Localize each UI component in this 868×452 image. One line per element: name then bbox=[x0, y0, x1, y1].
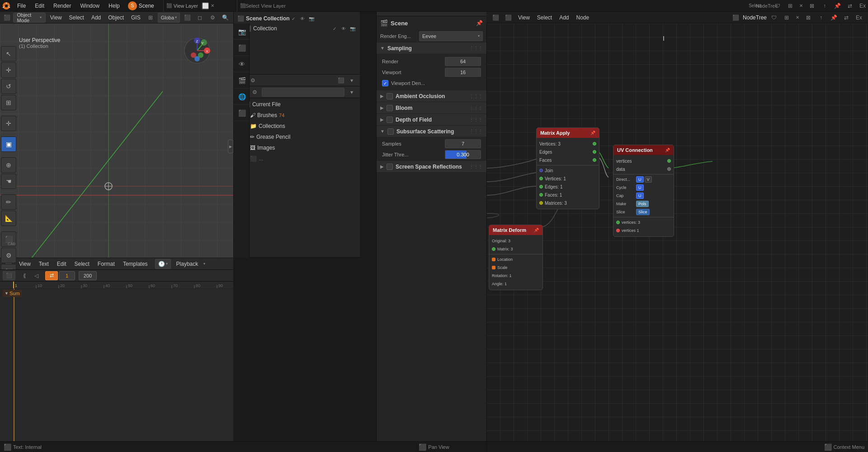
top-close-btn[interactable]: ✕ bbox=[797, 2, 805, 9]
timeline-templates-menu[interactable]: Templates bbox=[120, 259, 151, 269]
measure-btn[interactable]: 📐 bbox=[1, 211, 16, 226]
timeline-view-menu[interactable]: View bbox=[16, 259, 33, 269]
node-pin2-icon[interactable]: 📌 bbox=[828, 13, 839, 23]
uv-vertices-out-socket[interactable] bbox=[667, 159, 671, 163]
sampling-section-header[interactable]: ▼ Sampling ⋮⋮⋮ bbox=[377, 42, 486, 54]
playback-menu[interactable]: Playback bbox=[174, 259, 201, 269]
render-icon-output[interactable]: ⬛ bbox=[234, 40, 250, 56]
timeline-select-menu[interactable]: Select bbox=[72, 259, 92, 269]
clock-icon-btn[interactable]: 🕐 ▾ bbox=[155, 259, 171, 269]
top-swap-icon[interactable]: ⇄ bbox=[844, 1, 855, 11]
asset-sort-icon[interactable]: ▾ bbox=[346, 87, 357, 97]
node-canvas[interactable]: Matrix Apply 📌 Vertices: 3 Edges Faces J… bbox=[486, 24, 868, 452]
brushes-item[interactable]: ▶ 🖌 Brushes 74 bbox=[234, 110, 360, 121]
menu-edit[interactable]: Edit bbox=[30, 0, 49, 12]
node-link-icon[interactable]: ⊠ bbox=[803, 13, 814, 23]
timeline-body[interactable]: 1 10 20 30 40 50 60 70 80 90 bbox=[0, 282, 233, 441]
node-close-btn[interactable]: ✕ bbox=[794, 14, 801, 21]
viewport-denoising-checkbox[interactable] bbox=[382, 80, 388, 86]
viewport-close-btn[interactable]: ✕ bbox=[209, 2, 216, 9]
uv-u-btn[interactable]: U bbox=[636, 176, 644, 183]
node-shield-icon[interactable]: 🛡 bbox=[769, 13, 779, 23]
ssr-checkbox[interactable] bbox=[387, 164, 393, 170]
m3-in-socket[interactable] bbox=[539, 201, 543, 205]
scene-collection-check-icon[interactable]: ✓ bbox=[290, 15, 297, 22]
f1-in-socket[interactable] bbox=[539, 193, 543, 197]
add-tool-btn[interactable]: ⬛ CAD bbox=[1, 231, 16, 247]
asset-filter-icon[interactable]: ⚙ bbox=[249, 87, 260, 97]
render-engine-dropdown[interactable]: Eevee ▾ bbox=[419, 31, 483, 41]
bloom-checkbox[interactable] bbox=[387, 105, 393, 111]
extra-tool-btn[interactable]: ⚙ bbox=[1, 248, 16, 263]
transform-tool-btn[interactable]: ✛ bbox=[1, 116, 16, 131]
collection-eye-icon[interactable]: 👁 bbox=[340, 25, 347, 32]
transform-icon[interactable]: ⊞ bbox=[145, 13, 156, 23]
viewport-expand-icon[interactable]: ⬜ bbox=[202, 2, 209, 9]
uv-cycle-u-btn[interactable]: U bbox=[636, 184, 644, 191]
ambient-occlusion-header[interactable]: ▶ Ambient Occlusion ⋮⋮⋮ bbox=[377, 90, 486, 102]
menu-window[interactable]: Window bbox=[75, 0, 104, 12]
sss-samples-value[interactable]: 7 bbox=[445, 139, 481, 148]
menu-file[interactable]: File bbox=[13, 0, 30, 12]
current-file-item[interactable]: ▼ ⬛ Current File bbox=[234, 99, 360, 110]
viewport-select-menu[interactable]: Select bbox=[66, 13, 87, 23]
top-link-icon[interactable]: ⊠ bbox=[807, 1, 817, 11]
viewport-view-menu[interactable]: View bbox=[47, 13, 65, 23]
asset-dropdown-icon[interactable]: ▾ bbox=[346, 75, 357, 85]
vertices-out-socket[interactable] bbox=[593, 142, 596, 146]
md-matrix-socket[interactable] bbox=[492, 247, 495, 251]
frame-jump-start-icon[interactable]: ⟪ bbox=[19, 271, 30, 281]
search-icon[interactable]: 🔍 bbox=[220, 13, 231, 23]
bloom-header[interactable]: ▶ Bloom ⋮⋮⋮ bbox=[377, 102, 486, 114]
collection-check-icon[interactable]: ✓ bbox=[331, 25, 338, 32]
grease-pencil-item[interactable]: ▶ ✏ Grease Pencil bbox=[234, 132, 360, 142]
annotate-btn[interactable]: ✏ bbox=[1, 194, 16, 210]
top-expand-icon[interactable]: Ex bbox=[857, 1, 868, 11]
frame-step-back-icon[interactable]: ◁ bbox=[31, 271, 42, 281]
ao-checkbox[interactable] bbox=[387, 93, 393, 99]
sss-jitter-value[interactable]: 0.300 bbox=[445, 150, 481, 159]
join-in-socket[interactable] bbox=[539, 169, 543, 172]
render-icon-scene[interactable]: 🎬 bbox=[234, 72, 250, 89]
sss-checkbox[interactable] bbox=[387, 128, 394, 135]
node-node-menu[interactable]: Node bbox=[574, 13, 592, 23]
node-add-menu[interactable]: Add bbox=[557, 13, 571, 23]
uv-v-btn[interactable]: V bbox=[645, 176, 652, 183]
uv-v1-in-socket[interactable] bbox=[616, 229, 620, 232]
end-frame-input[interactable]: 200 bbox=[79, 271, 97, 280]
uv-cap-u-btn[interactable]: U bbox=[636, 193, 644, 199]
scale-tool-btn[interactable]: ⊞ bbox=[1, 95, 16, 110]
asset-icon2[interactable]: ⬛ bbox=[335, 75, 346, 85]
viewport-object-menu[interactable]: Object bbox=[105, 13, 127, 23]
timeline-icon-btn[interactable]: ⬛ bbox=[3, 271, 15, 280]
shading-solid-icon[interactable]: ⬛ bbox=[182, 13, 193, 23]
frame-number-input[interactable]: 1 bbox=[59, 271, 75, 280]
cube-btn[interactable]: ⬛ bbox=[1, 264, 16, 269]
render-icon-object[interactable]: ⬛ bbox=[234, 105, 250, 121]
e1-in-socket[interactable] bbox=[539, 185, 543, 188]
top-pin-icon[interactable]: 📌 bbox=[832, 1, 843, 11]
node-view-menu[interactable]: View bbox=[515, 13, 533, 23]
frame-jump-btn[interactable]: ⇄ bbox=[45, 271, 58, 280]
uv-pols-btn[interactable]: Pols bbox=[636, 201, 649, 207]
box-select-btn[interactable]: ▣ bbox=[1, 137, 16, 152]
collection-item[interactable]: ⬛ Collection ✓ 👁 📷 bbox=[234, 24, 360, 33]
node-type-icon[interactable]: ⬛ bbox=[490, 13, 501, 23]
uv-v3-in-socket[interactable] bbox=[616, 221, 620, 224]
top-copy-icon[interactable]: ⊞ bbox=[785, 1, 796, 11]
matrix-deform-node[interactable]: Matrix Deform 📌 Original: 3 Matrix: 3 Lo… bbox=[489, 225, 543, 290]
render-icon-world[interactable]: 🌐 bbox=[234, 89, 250, 105]
timeline-format-menu[interactable]: Format bbox=[95, 259, 118, 269]
timeline-edit-menu[interactable]: Edit bbox=[54, 259, 69, 269]
node-view-icon[interactable]: ⬛ bbox=[503, 13, 514, 23]
viewport-samples-value[interactable]: 16 bbox=[445, 68, 481, 77]
uv-data-out-socket[interactable] bbox=[667, 167, 671, 171]
scene-collection-item[interactable]: ⬛ Scene Collection ✓ 👁 📷 bbox=[234, 14, 360, 24]
axis-gizmo[interactable]: Y Z X bbox=[184, 37, 211, 66]
menu-help[interactable]: Help bbox=[104, 0, 124, 12]
viewport-gis-menu[interactable]: GIS bbox=[128, 13, 143, 23]
sss-header[interactable]: ▼ Subsurface Scattering ⋮⋮⋮ bbox=[377, 126, 486, 137]
overlay-icon[interactable]: ⚙ bbox=[207, 13, 218, 23]
node-type2-icon[interactable]: ⬛ bbox=[730, 13, 741, 23]
v1-in-socket[interactable] bbox=[539, 177, 543, 180]
